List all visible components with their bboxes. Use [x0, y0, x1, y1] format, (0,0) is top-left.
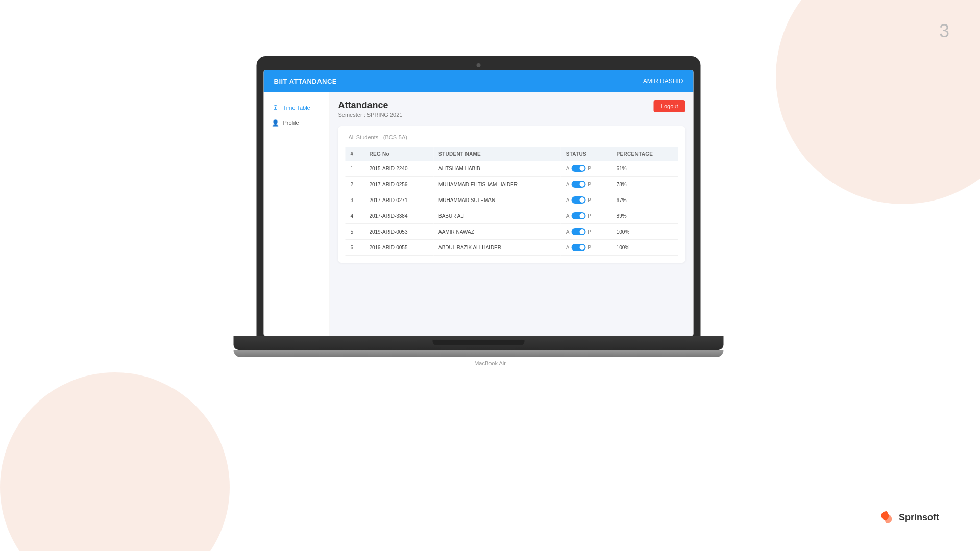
status-a-label: A — [566, 229, 570, 235]
col-reg: REG No — [364, 147, 433, 161]
user-icon: 👤 — [272, 119, 279, 127]
laptop-screen-outer: BIIT ATTANDANCE AMIR RASHID 🗓 Time Table… — [257, 56, 701, 336]
cell-percentage: 100% — [611, 224, 678, 240]
page-title: Attandance — [338, 100, 403, 111]
cell-percentage: 89% — [611, 208, 678, 224]
bg-decoration-bottom — [0, 372, 230, 551]
cell-percentage: 78% — [611, 177, 678, 192]
cell-reg: 2019-ARID-0055 — [364, 240, 433, 256]
cell-status: A P — [561, 192, 611, 208]
cell-num: 1 — [346, 161, 364, 177]
app-title: BIIT ATTANDANCE — [274, 78, 337, 85]
sidebar-item-timetable[interactable]: 🗓 Time Table — [264, 100, 330, 115]
status-toggle[interactable] — [571, 165, 585, 172]
sidebar-label-profile: Profile — [283, 120, 299, 126]
status-a-label: A — [566, 197, 570, 203]
status-a-label: A — [566, 166, 570, 171]
col-num: # — [346, 147, 364, 161]
cell-reg: 2017-ARID-0271 — [364, 192, 433, 208]
status-p-label: P — [587, 229, 591, 235]
students-table: # REG No STUDENT NAME STATUS PERCENTAGE … — [346, 147, 678, 256]
students-card: All Students (BCS-5A) # REG No STUDENT N… — [338, 126, 685, 263]
cell-name: BABUR ALI — [433, 208, 561, 224]
table-row[interactable]: 5 2019-ARID-0053 AAMIR NAWAZ A P 100% — [346, 224, 678, 240]
cell-status: A P — [561, 208, 611, 224]
students-card-title: All Students (BCS-5A) — [346, 133, 678, 141]
cell-reg: 2017-ARID-0259 — [364, 177, 433, 192]
status-p-label: P — [587, 166, 591, 171]
status-toggle[interactable] — [571, 244, 585, 251]
cell-num: 4 — [346, 208, 364, 224]
status-toggle[interactable] — [571, 228, 585, 235]
page-number: 3 — [939, 20, 949, 42]
status-p-label: P — [587, 245, 591, 251]
col-name: STUDENT NAME — [433, 147, 561, 161]
laptop-camera — [477, 63, 481, 67]
laptop-brand-label: MacBook Air — [257, 360, 724, 366]
cell-status: A P — [561, 177, 611, 192]
laptop-notch — [433, 340, 525, 345]
bg-decoration-top — [776, 0, 980, 204]
status-a-label: A — [566, 182, 570, 187]
col-percentage: PERCENTAGE — [611, 147, 678, 161]
cell-name: MUHAMMAD SULEMAN — [433, 192, 561, 208]
cell-percentage: 67% — [611, 192, 678, 208]
calendar-icon: 🗓 — [272, 104, 279, 111]
sprinsoft-name: Sprinsoft — [899, 512, 939, 523]
cell-status: A P — [561, 240, 611, 256]
table-row[interactable]: 1 2015-ARID-2240 AHTSHAM HABIB A P 61% — [346, 161, 678, 177]
cell-num: 3 — [346, 192, 364, 208]
cell-name: AHTSHAM HABIB — [433, 161, 561, 177]
laptop-base — [234, 336, 724, 350]
sprinsoft-logo: Sprinsoft — [878, 509, 939, 525]
content-title-group: Attandance Semester : SPRING 2021 — [338, 100, 403, 118]
laptop-frame: BIIT ATTANDANCE AMIR RASHID 🗓 Time Table… — [257, 56, 724, 366]
app-header: BIIT ATTANDANCE AMIR RASHID — [264, 70, 694, 92]
cell-reg: 2019-ARID-0053 — [364, 224, 433, 240]
laptop-stand — [234, 350, 724, 357]
col-status: STATUS — [561, 147, 611, 161]
status-toggle[interactable] — [571, 212, 585, 219]
table-row[interactable]: 6 2019-ARID-0055 ABDUL RAZIK ALI HAIDER … — [346, 240, 678, 256]
cell-name: MUHAMMAD EHTISHAM HAIDER — [433, 177, 561, 192]
status-p-label: P — [587, 182, 591, 187]
main-content: Attandance Semester : SPRING 2021 Logout… — [330, 92, 694, 336]
sidebar: 🗓 Time Table 👤 Profile — [264, 92, 330, 336]
cell-num: 6 — [346, 240, 364, 256]
cell-name: AAMIR NAWAZ — [433, 224, 561, 240]
cell-status: A P — [561, 224, 611, 240]
app-body: 🗓 Time Table 👤 Profile Attandance Semest… — [264, 92, 694, 336]
status-toggle[interactable] — [571, 196, 585, 204]
table-row[interactable]: 2 2017-ARID-0259 MUHAMMAD EHTISHAM HAIDE… — [346, 177, 678, 192]
sidebar-item-profile[interactable]: 👤 Profile — [264, 115, 330, 131]
cell-percentage: 100% — [611, 240, 678, 256]
cell-reg: 2017-ARID-3384 — [364, 208, 433, 224]
semester-subtitle: Semester : SPRING 2021 — [338, 112, 403, 118]
logout-button[interactable]: Logout — [654, 100, 685, 112]
cell-percentage: 61% — [611, 161, 678, 177]
sprinsoft-icon — [878, 509, 895, 525]
status-a-label: A — [566, 213, 570, 219]
content-header: Attandance Semester : SPRING 2021 Logout — [338, 100, 685, 118]
status-a-label: A — [566, 245, 570, 251]
status-toggle[interactable] — [571, 181, 585, 188]
table-row[interactable]: 3 2017-ARID-0271 MUHAMMAD SULEMAN A P 67… — [346, 192, 678, 208]
cell-num: 2 — [346, 177, 364, 192]
header-username: AMIR RASHID — [643, 78, 683, 85]
status-p-label: P — [587, 213, 591, 219]
sidebar-label-timetable: Time Table — [283, 105, 310, 111]
cell-num: 5 — [346, 224, 364, 240]
cell-name: ABDUL RAZIK ALI HAIDER — [433, 240, 561, 256]
laptop-screen: BIIT ATTANDANCE AMIR RASHID 🗓 Time Table… — [264, 70, 694, 336]
class-badge: (BCS-5A) — [383, 134, 407, 140]
cell-status: A P — [561, 161, 611, 177]
cell-reg: 2015-ARID-2240 — [364, 161, 433, 177]
status-p-label: P — [587, 197, 591, 203]
table-row[interactable]: 4 2017-ARID-3384 BABUR ALI A P 89% — [346, 208, 678, 224]
